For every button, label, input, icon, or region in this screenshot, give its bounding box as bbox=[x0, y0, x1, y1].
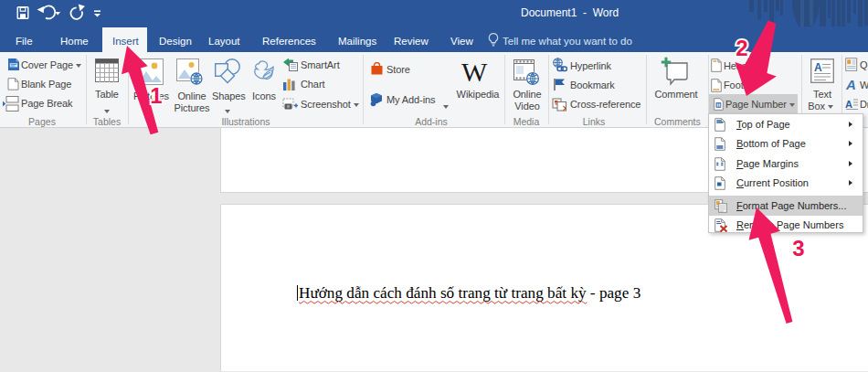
svg-text:A: A bbox=[814, 61, 822, 74]
svg-text:A: A bbox=[845, 99, 852, 110]
